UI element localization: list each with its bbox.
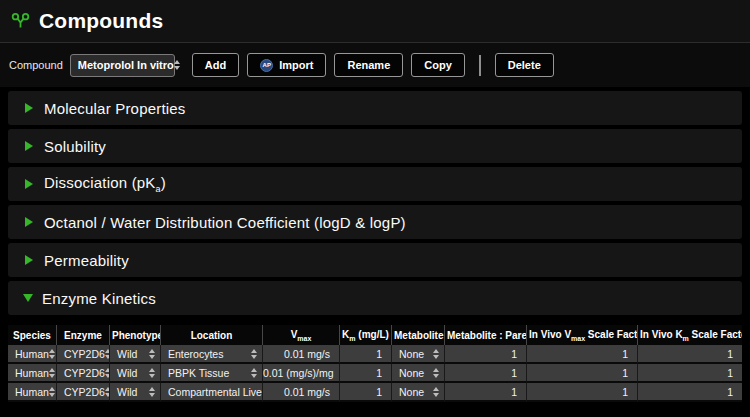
location-select[interactable]: Enterocytes — [161, 345, 262, 362]
vmax-field[interactable]: 0.01 mg/s — [263, 383, 340, 402]
enzyme-select[interactable]: CYP2D6 — [57, 383, 109, 400]
chevron-right-icon — [25, 141, 33, 151]
section-label: Permeability — [44, 252, 129, 269]
updown-spinner-icon[interactable] — [433, 349, 439, 359]
delete-button-label: Delete — [508, 59, 541, 71]
phenotype-select[interactable]: Wild — [110, 383, 160, 400]
updown-spinner-icon[interactable] — [251, 368, 257, 378]
header-phenotype: Phenotype — [110, 325, 161, 345]
section-label: Molecular Properties — [44, 100, 186, 117]
phenotype-select[interactable]: Wild — [110, 345, 160, 362]
metabolite-select[interactable]: None — [392, 364, 444, 381]
add-button-label: Add — [205, 59, 226, 71]
section-label: Enzyme Kinetics — [42, 290, 156, 307]
table-row: Human CYP2D6 Wild Enterocytes 0.01 mg/s … — [8, 345, 742, 364]
table-header-row: Species Enzyme Phenotype Location Vmax K… — [8, 325, 742, 345]
section-list: Molecular Properties Solubility Dissocia… — [0, 87, 750, 315]
header-metabolite: Metabolite — [392, 325, 445, 345]
rename-button-label: Rename — [347, 59, 390, 71]
header-invivo-vmax-scale-factor: In Vivo Vmax Scale Factor — [527, 325, 638, 345]
rename-button[interactable]: Rename — [334, 53, 403, 77]
section-label: Octanol / Water Distribution Coefficient… — [44, 214, 406, 231]
section-solubility[interactable]: Solubility — [8, 129, 742, 163]
compound-label: Compound — [9, 59, 63, 71]
invivo-km-scale-factor-field[interactable]: 1 — [638, 364, 742, 383]
header-metabolite-parent: Metabolite : Parent — [445, 325, 527, 345]
section-dissociation-pka[interactable]: Dissociation (pKa) — [8, 167, 742, 201]
km-field[interactable]: 1 — [340, 383, 392, 402]
updown-spinner-icon[interactable] — [251, 349, 257, 359]
enzyme-select[interactable]: CYP2D6 — [57, 364, 109, 381]
species-select[interactable]: Human — [8, 345, 56, 362]
metabolite-parent-field[interactable]: 1 — [445, 383, 527, 402]
header-location: Location — [161, 325, 263, 345]
toolbar-divider — [479, 55, 481, 76]
updown-spinner-icon[interactable] — [149, 349, 155, 359]
section-permeability[interactable]: Permeability — [8, 243, 742, 277]
header-km: Km (mg/L) — [340, 325, 392, 345]
invivo-km-scale-factor-field[interactable]: 1 — [638, 345, 742, 364]
import-button-label: Import — [279, 59, 313, 71]
copy-button-label: Copy — [424, 59, 452, 71]
phenotype-select[interactable]: Wild — [110, 364, 160, 381]
compound-select[interactable]: Metoprolol In vitro — [70, 54, 175, 77]
chevron-right-icon — [25, 103, 33, 113]
updown-spinner-icon[interactable] — [433, 387, 439, 397]
section-molecular-properties[interactable]: Molecular Properties — [8, 91, 742, 125]
delete-button[interactable]: Delete — [495, 53, 554, 77]
compound-select-value: Metoprolol In vitro — [78, 59, 174, 71]
enzyme-kinetics-table: Species Enzyme Phenotype Location Vmax K… — [8, 325, 742, 402]
species-select[interactable]: Human — [8, 364, 56, 381]
invivo-vmax-scale-factor-field[interactable]: 1 — [527, 383, 638, 402]
table-row: Human CYP2D6 Wild PBPK Tissue 0.01 (mg/s… — [8, 364, 742, 383]
compound-toolbar: Compound Metoprolol In vitro Add AP Impo… — [0, 43, 750, 87]
import-button[interactable]: AP Import — [247, 53, 326, 77]
enzyme-kinetics-panel: Species Enzyme Phenotype Location Vmax K… — [0, 319, 750, 402]
metabolite-parent-field[interactable]: 1 — [445, 345, 527, 364]
species-select[interactable]: Human — [8, 383, 56, 400]
chevron-right-icon — [25, 217, 33, 227]
metabolite-parent-field[interactable]: 1 — [445, 364, 527, 383]
page-title: Compounds — [39, 9, 163, 33]
updown-spinner-icon[interactable] — [49, 368, 55, 378]
chevron-right-icon — [25, 179, 33, 189]
invivo-vmax-scale-factor-field[interactable]: 1 — [527, 345, 638, 364]
copy-button[interactable]: Copy — [411, 53, 465, 77]
invivo-km-scale-factor-field[interactable]: 1 — [638, 383, 742, 402]
km-field[interactable]: 1 — [340, 345, 392, 364]
invivo-vmax-scale-factor-field[interactable]: 1 — [527, 364, 638, 383]
updown-spinner-icon[interactable] — [49, 387, 55, 397]
metabolite-select[interactable]: None — [392, 345, 444, 362]
header-vmax: Vmax — [263, 325, 340, 345]
title-bar: Compounds — [0, 0, 750, 43]
location-select[interactable]: Compartmental Liver — [161, 383, 262, 400]
updown-spinner-icon[interactable] — [149, 368, 155, 378]
updown-spinner-icon[interactable] — [49, 349, 55, 359]
updown-spinner-icon[interactable] — [433, 368, 439, 378]
section-enzyme-kinetics[interactable]: Enzyme Kinetics — [8, 281, 742, 315]
vmax-field[interactable]: 0.01 (mg/s)/mg — [263, 364, 340, 383]
header-species: Species — [8, 325, 57, 345]
section-octanol-water-distribution[interactable]: Octanol / Water Distribution Coefficient… — [8, 205, 742, 239]
metabolite-select[interactable]: None — [392, 383, 444, 400]
vmax-field[interactable]: 0.01 mg/s — [263, 345, 340, 364]
header-invivo-km-scale-factor: In Vivo Km Scale Factor — [638, 325, 742, 345]
table-row: Human CYP2D6 Wild Compartmental Liver 0.… — [8, 383, 742, 402]
molecule-icon — [11, 12, 30, 31]
updown-spinner-icon[interactable] — [174, 60, 180, 70]
km-field[interactable]: 1 — [340, 364, 392, 383]
section-label: Dissociation (pKa) — [44, 174, 166, 194]
chevron-right-icon — [25, 255, 33, 265]
header-enzyme: Enzyme — [57, 325, 110, 345]
updown-spinner-icon[interactable] — [149, 387, 155, 397]
section-label: Solubility — [44, 138, 106, 155]
ap-logo-icon: AP — [260, 59, 273, 72]
chevron-down-icon — [23, 294, 33, 302]
enzyme-select[interactable]: CYP2D6 — [57, 345, 109, 362]
location-select[interactable]: PBPK Tissue — [161, 364, 262, 381]
add-button[interactable]: Add — [192, 53, 239, 77]
